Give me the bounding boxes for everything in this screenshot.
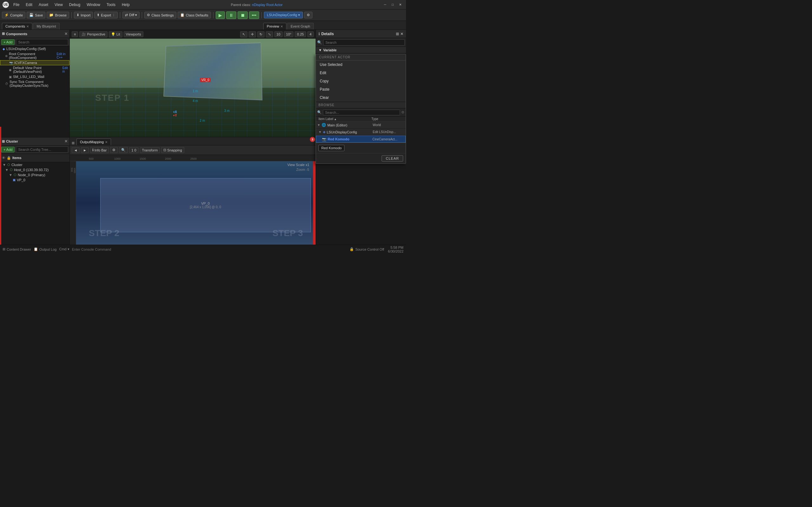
- menu-tools[interactable]: Tools: [105, 2, 117, 8]
- components-search-input[interactable]: [16, 39, 68, 45]
- browse-search-input[interactable]: [323, 110, 400, 115]
- component-sm-led[interactable]: ▣ SM_LSU_LED_Wall: [0, 74, 69, 79]
- components-add-button[interactable]: + Add: [1, 39, 14, 45]
- menu-file[interactable]: File: [11, 2, 21, 8]
- tab-my-blueprint[interactable]: My Blueprint: [33, 23, 59, 30]
- save-button[interactable]: 💾 Save: [27, 12, 45, 18]
- section-variable[interactable]: ▼ Variable: [316, 47, 406, 54]
- menu-help[interactable]: Help: [120, 2, 132, 8]
- export-button[interactable]: ⬆ Export ⋮: [94, 12, 118, 18]
- component-sync-tick[interactable]: ⏱ Sync Tick Component (DisplayClusterSyn…: [0, 79, 69, 88]
- title-bar: UE File Edit Asset View Debug Window Too…: [0, 0, 406, 9]
- cluster-close[interactable]: ✕: [64, 139, 67, 144]
- scale-snap[interactable]: 0.25: [295, 32, 306, 37]
- om-nav-prev[interactable]: ◄: [72, 147, 80, 153]
- output-log-button[interactable]: 📋 Output Log: [34, 247, 56, 251]
- cluster-search-input[interactable]: [16, 147, 68, 153]
- cluster-root[interactable]: ▼ ⬡ Cluster: [0, 162, 69, 167]
- output-mapping-close[interactable]: ✕: [105, 140, 107, 144]
- clear-button[interactable]: CLEAR: [382, 155, 403, 162]
- view-scale-info: View Scale x1: [287, 163, 309, 167]
- ctx-copy[interactable]: Copy: [316, 77, 406, 85]
- viewports-button[interactable]: Viewports: [124, 32, 143, 37]
- select-tool[interactable]: ↖: [240, 32, 247, 38]
- scale-tool[interactable]: ⤡: [266, 32, 273, 38]
- om-transform[interactable]: Transform: [140, 147, 160, 153]
- ctx-clear[interactable]: Clear: [316, 94, 406, 102]
- class-settings-button[interactable]: ⚙ Class Settings: [144, 12, 176, 18]
- content-drawer-button[interactable]: ⊞ Content Drawer: [3, 247, 31, 251]
- om-nav-next[interactable]: ►: [81, 147, 89, 153]
- browse-settings-icon[interactable]: ⚙: [401, 110, 404, 114]
- rotate-snap[interactable]: 10°: [284, 32, 294, 37]
- close-button[interactable]: ✕: [397, 2, 403, 7]
- component-default-viewpoint[interactable]: ◉ Default View Point (DefaultViewPoint) …: [0, 65, 69, 74]
- om-canvas[interactable]: 500 1000 1500 2000 2500 5001000 VP_0 [2,…: [70, 155, 316, 245]
- more-play-button[interactable]: •••: [249, 11, 259, 19]
- tab-preview[interactable]: Preview ✕: [263, 23, 287, 30]
- menu-asset[interactable]: Asset: [37, 2, 50, 8]
- ruler-v-label: 5001000: [70, 168, 76, 173]
- menu-edit[interactable]: Edit: [24, 2, 34, 8]
- menu-view[interactable]: View: [53, 2, 65, 8]
- source-control-status[interactable]: 🔒 Source Control Off: [350, 247, 384, 251]
- class-defaults-button[interactable]: 📋 Class Defaults: [177, 12, 211, 18]
- tab-preview-close[interactable]: ✕: [281, 25, 283, 28]
- center-area: ≡ 🎥 Perspective 💡 Lit Viewports ↖ ✛ ↻ ⤡ …: [70, 30, 316, 245]
- stop-button[interactable]: ⏹: [238, 11, 248, 19]
- details-close[interactable]: ✕: [400, 32, 403, 36]
- ctx-paste[interactable]: Paste: [316, 85, 406, 94]
- tab-components[interactable]: Components ✕: [2, 23, 32, 30]
- cluster-vp0[interactable]: ▣ VP_0: [0, 177, 69, 182]
- compile-button[interactable]: ⚡ Compile: [2, 12, 26, 18]
- import-button[interactable]: ⬇ Import: [74, 12, 93, 18]
- minimize-button[interactable]: ─: [382, 2, 388, 7]
- om-info-bar[interactable]: ℹ Info Bar: [90, 147, 109, 153]
- view-count[interactable]: 4: [307, 32, 314, 37]
- tab-event-graph[interactable]: Event Graph: [287, 23, 314, 30]
- vp0-label: VP_0: [201, 202, 210, 205]
- om-zoom[interactable]: 🔍: [119, 147, 128, 153]
- details-grid-icon[interactable]: ⊞: [396, 32, 399, 36]
- viewport-menu-button[interactable]: ≡: [72, 32, 78, 37]
- menu-window[interactable]: Window: [85, 2, 102, 8]
- cluster-host[interactable]: ▼ ⬡ Host_0 (130.39.93.72): [0, 167, 69, 172]
- eye-icon: 👁: [2, 156, 5, 160]
- snap-size[interactable]: 10: [274, 32, 283, 37]
- perspective-button[interactable]: 🎥 Perspective: [79, 32, 107, 38]
- browse-row-lsun[interactable]: ▼ ◆ LSUnDisplayConfig Edit LSUnDisp...: [316, 129, 406, 135]
- ctx-edit[interactable]: Edit: [316, 69, 406, 77]
- component-icvfx-camera[interactable]: 📷 ICVFXCamera: [0, 60, 69, 65]
- output-mapping-header: ⊞: [70, 141, 77, 145]
- component-root[interactable]: ⊕ Root Component (RootComponent) Edit in…: [0, 51, 69, 60]
- tab-output-mapping[interactable]: OutputMapping ✕: [77, 138, 111, 145]
- items-label: Items: [12, 156, 21, 160]
- browse-row-red-komodo[interactable]: 3 📷 Red Komodo CineCameraAct...: [316, 135, 406, 143]
- om-zoom-value[interactable]: 1 0: [129, 147, 138, 153]
- lit-button[interactable]: 💡 Lit: [109, 32, 122, 38]
- cluster-node[interactable]: ▼ ⬡ Node_0 (Primary): [0, 172, 69, 177]
- om-snapping[interactable]: ⊡ Snapping: [161, 147, 184, 153]
- cluster-add-button[interactable]: + Add: [1, 147, 14, 153]
- move-tool[interactable]: ✛: [249, 32, 256, 38]
- browse-button[interactable]: 📁 Browse: [47, 12, 69, 18]
- details-search-input[interactable]: [323, 39, 405, 46]
- rotate-tool[interactable]: ↻: [257, 32, 264, 38]
- component-self[interactable]: ◆ LSUnDisplayConfig (Self): [0, 46, 69, 51]
- maximize-button[interactable]: □: [390, 2, 396, 7]
- tab-components-close[interactable]: ✕: [26, 25, 29, 28]
- cmd-button[interactable]: Cmd ▾: [59, 247, 69, 251]
- diff-button[interactable]: ⇄ Diff ▾: [122, 12, 140, 18]
- play-button[interactable]: ▶: [216, 11, 225, 19]
- viewport-area[interactable]: ≡ 🎥 Perspective 💡 Lit Viewports ↖ ✛ ↻ ⤡ …: [70, 30, 316, 137]
- console-input[interactable]: [72, 247, 347, 251]
- menu-debug[interactable]: Debug: [67, 2, 82, 8]
- pause-button[interactable]: ⏸: [226, 11, 236, 19]
- ctx-use-selected[interactable]: Use Selected: [316, 60, 406, 69]
- om-controls[interactable]: ⚙: [110, 147, 118, 153]
- browse-row-main[interactable]: ▼ 🌐 Main (Editor) World: [316, 122, 406, 129]
- toolbar-settings-button[interactable]: ⚙: [304, 12, 312, 18]
- config-dropdown[interactable]: LSUnDisplayConfig ▾: [264, 12, 303, 18]
- lock-icon: 🔒: [7, 156, 11, 160]
- components-close[interactable]: ✕: [64, 32, 67, 36]
